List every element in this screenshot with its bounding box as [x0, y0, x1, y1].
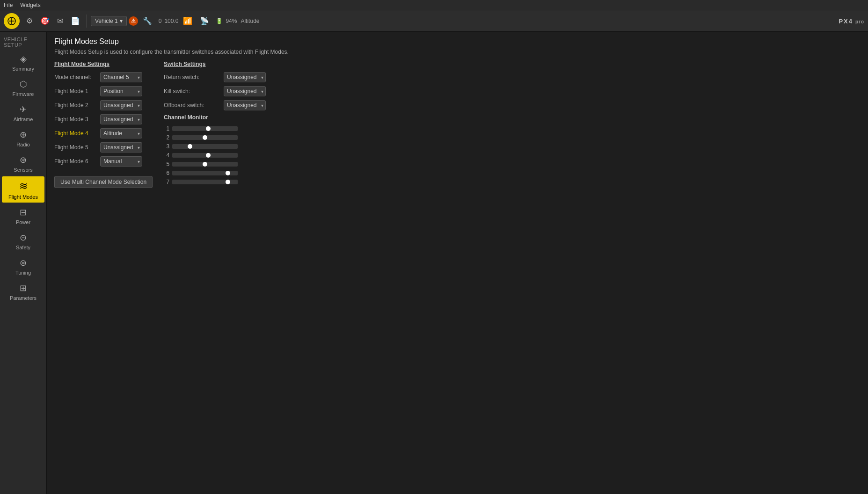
return-switch-select[interactable]: Unassigned: [224, 72, 266, 82]
firmware-icon: ⬡: [20, 79, 27, 89]
channel-bar-4: [172, 153, 238, 158]
channel-number-3: 3: [164, 143, 169, 150]
battery-status: 🔋 94%: [216, 18, 237, 24]
flight-mode-4-label: Flight Mode 4: [54, 130, 96, 137]
altitude-mode: Altitude: [241, 18, 259, 24]
menu-file[interactable]: File: [4, 2, 13, 8]
sidebar-item-airframe-label: Airframe: [14, 116, 33, 122]
flight-mode-6-row: Flight Mode 6 Manual: [54, 156, 153, 167]
sidebar-item-parameters[interactable]: ⊞ Parameters: [2, 279, 44, 304]
flight-mode-2-select-wrap: Unassigned: [100, 100, 142, 110]
channel-bar-3: [172, 144, 238, 149]
page-title: Flight Modes Setup: [54, 37, 861, 46]
channel-row-6: 6: [164, 170, 266, 176]
channel-number-2: 2: [164, 134, 169, 141]
flight-mode-4-row: Flight Mode 4 Altitude: [54, 128, 153, 138]
flight-mode-4-select-wrap: Altitude: [100, 128, 142, 138]
channel-indicator-5: [203, 162, 207, 167]
channel-indicator-6: [226, 171, 230, 175]
multi-channel-mode-button[interactable]: Use Multi Channel Mode Selection: [54, 176, 153, 188]
mode-channel-label: Mode channel:: [54, 74, 96, 80]
radio-icon: ⊕: [20, 130, 27, 140]
app-logo[interactable]: [4, 13, 20, 29]
toolbar-status: 0 100.0: [159, 18, 179, 24]
offboard-switch-select-wrap: Unassigned: [224, 100, 266, 110]
switch-settings-title: Switch Settings: [164, 61, 266, 67]
signal-button[interactable]: 📡: [197, 15, 212, 27]
channel-bar-6: [172, 171, 238, 175]
channel-number-5: 5: [164, 161, 169, 167]
flight-mode-3-select[interactable]: Unassigned: [100, 114, 142, 124]
warning-icon: ⚠: [131, 18, 136, 24]
flight-mode-2-label: Flight Mode 2: [54, 102, 96, 109]
sidebar-item-tuning[interactable]: ⊜ Tuning: [2, 254, 44, 278]
flight-mode-1-label: Flight Mode 1: [54, 88, 96, 94]
flight-mode-5-select[interactable]: Unassigned: [100, 142, 142, 153]
mode-channel-row: Mode channel: Channel 5: [54, 72, 153, 82]
sidebar-item-safety[interactable]: ⊝ Safety: [2, 229, 44, 253]
flight-modes-icon: ≋: [19, 180, 28, 192]
menu-widgets[interactable]: Widgets: [20, 2, 40, 8]
toolbar-separator-1: [87, 15, 87, 28]
sidebar-item-power-label: Power: [16, 219, 30, 225]
return-switch-label: Return switch:: [164, 74, 220, 80]
vehicle-button[interactable]: 🎯: [37, 15, 52, 27]
flight-mode-6-select-wrap: Manual: [100, 156, 142, 167]
kill-switch-row: Kill switch: Unassigned: [164, 86, 266, 96]
config-value-2: 100.0: [164, 18, 178, 24]
sidebar-item-radio[interactable]: ⊕ Radio: [2, 126, 44, 150]
return-switch-select-wrap: Unassigned: [224, 72, 266, 82]
warning-badge[interactable]: ⚠: [129, 16, 138, 26]
sidebar: Vehicle Setup ◈ Summary ⬡ Firmware ✈ Air…: [0, 32, 47, 494]
sidebar-item-parameters-label: Parameters: [10, 295, 36, 301]
px4-logo: PX4 pro: [839, 17, 864, 25]
flight-mode-5-label: Flight Mode 5: [54, 144, 96, 151]
vehicle-selector-arrow: ▾: [120, 18, 123, 24]
flight-mode-3-select-wrap: Unassigned: [100, 114, 142, 124]
mode-channel-select-wrap: Channel 5: [100, 72, 142, 82]
channel-row-3: 3: [164, 143, 266, 150]
flight-mode-1-select-wrap: Position: [100, 86, 142, 96]
sidebar-item-safety-label: Safety: [16, 245, 30, 250]
summary-icon: ◈: [20, 54, 27, 64]
config-button[interactable]: 🔧: [140, 15, 155, 27]
sidebar-item-flight-modes-label: Flight Modes: [8, 194, 38, 200]
sidebar-item-power[interactable]: ⊟ Power: [2, 203, 44, 228]
flight-mode-section-title: Flight Mode Settings: [54, 61, 153, 67]
sidebar-item-airframe[interactable]: ✈ Airframe: [2, 101, 44, 125]
file-button[interactable]: 📄: [68, 15, 83, 27]
mode-channel-select[interactable]: Channel 5: [100, 72, 142, 82]
flight-mode-4-select[interactable]: Altitude: [100, 128, 142, 138]
channel-rows-container: 1 2 3 4 5 6 7: [164, 125, 266, 185]
link-button[interactable]: 📶: [180, 15, 195, 27]
channel-indicator-3: [188, 144, 192, 149]
sidebar-item-sensors[interactable]: ⊛ Sensors: [2, 151, 44, 175]
flight-mode-6-label: Flight Mode 6: [54, 158, 96, 165]
power-icon: ⊟: [20, 207, 27, 218]
channel-number-7: 7: [164, 179, 169, 185]
flight-mode-1-select[interactable]: Position: [100, 86, 142, 96]
sidebar-item-summary[interactable]: ◈ Summary: [2, 50, 44, 74]
channel-monitor-title: Channel Monitor: [164, 114, 266, 121]
battery-icon: 🔋: [216, 18, 223, 24]
flight-mode-2-select[interactable]: Unassigned: [100, 100, 142, 110]
sidebar-item-flight-modes[interactable]: ≋ Flight Modes: [2, 176, 44, 203]
sidebar-item-sensors-label: Sensors: [14, 167, 32, 173]
upload-button[interactable]: ✉: [54, 15, 66, 27]
vehicle-selector-label: Vehicle 1: [95, 18, 118, 24]
settings-button[interactable]: ⚙: [23, 15, 36, 27]
sidebar-item-summary-label: Summary: [12, 66, 34, 72]
flight-mode-settings-column: Flight Mode Settings Mode channel: Chann…: [54, 61, 153, 188]
toolbar: ⚙ 🎯 ✉ 📄 Vehicle 1 ▾ ⚠ 🔧 0 100.0 📶 📡 🔋 94…: [0, 10, 868, 32]
sidebar-item-firmware[interactable]: ⬡ Firmware: [2, 75, 44, 100]
vehicle-selector[interactable]: Vehicle 1 ▾: [91, 16, 127, 26]
page-description: Flight Modes Setup is used to configure …: [54, 49, 861, 55]
kill-switch-select[interactable]: Unassigned: [224, 86, 266, 96]
parameters-icon: ⊞: [20, 283, 27, 293]
sidebar-header: Vehicle Setup: [0, 34, 46, 50]
offboard-switch-row: Offboard switch: Unassigned: [164, 100, 266, 110]
offboard-switch-select[interactable]: Unassigned: [224, 100, 266, 110]
channel-row-5: 5: [164, 161, 266, 167]
flight-mode-6-select[interactable]: Manual: [100, 156, 142, 167]
main-layout: Vehicle Setup ◈ Summary ⬡ Firmware ✈ Air…: [0, 32, 868, 494]
